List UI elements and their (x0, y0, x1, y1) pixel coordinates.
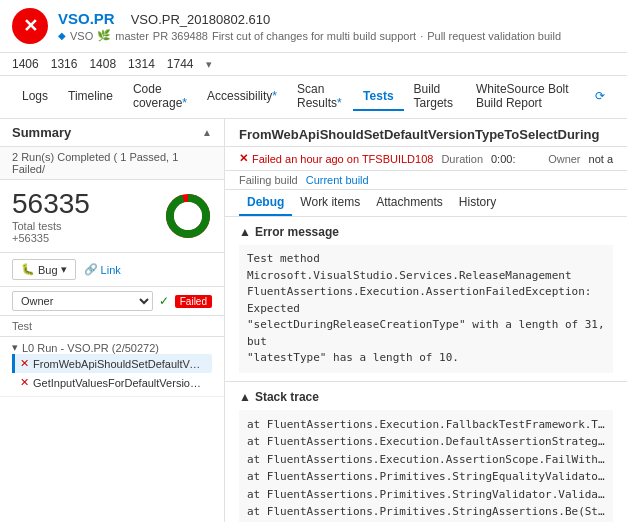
link-icon: 🔗 (84, 263, 98, 276)
num-1406[interactable]: 1406 (12, 57, 39, 71)
stack-section: ▲ Stack trace at FluentAssertions.Execut… (225, 382, 627, 523)
test-failed-icon-2: ✕ (20, 376, 29, 389)
test-status-row: ✕ Failed an hour ago on TFSBUILD108 Dura… (225, 147, 627, 171)
error-line-4: "latestType" has a length of 10. (247, 350, 605, 367)
test-item-2[interactable]: ✕ GetInputValuesForDefaultVersionShould (12, 373, 212, 392)
error-section: ▲ Error message Test method Microsoft.Vi… (225, 217, 627, 382)
bug-button[interactable]: 🐛 Bug ▾ (12, 259, 76, 280)
failing-build-label: Failing build (239, 174, 298, 186)
stack-line-6: at FluentAssertions.Primitives.StringAss… (247, 503, 605, 521)
vso-icon: ◆ (58, 30, 66, 41)
summary-title: Summary (12, 125, 71, 140)
header-numbers: 1406 1316 1408 1314 1744 ▾ (0, 53, 627, 76)
test-label: Test (12, 320, 32, 332)
detail-tab-workitems[interactable]: Work items (292, 190, 368, 216)
num-1744[interactable]: 1744 (167, 57, 194, 71)
bug-chevron: ▾ (61, 263, 67, 276)
duration-value: 0:00: (491, 153, 515, 165)
summary-header: Summary ▲ (0, 119, 224, 147)
current-build-link[interactable]: Current build (306, 174, 369, 186)
donut-chart (164, 192, 212, 240)
tab-more[interactable]: ⟳ (585, 83, 615, 111)
error-line-2: FluentAssertions.Execution.AssertionFail… (247, 284, 605, 317)
tab-accessibility[interactable]: Accessibility* (197, 83, 287, 111)
pr-desc: First cut of changes for multi build sup… (212, 30, 416, 42)
error-content: Test method Microsoft.VisualStudio.Servi… (239, 245, 613, 373)
group-label: L0 Run - VSO.PR (2/50272) (22, 342, 159, 354)
owner-label: Owner (548, 153, 580, 165)
owner-filter[interactable]: Owner (12, 291, 153, 311)
build-id: VSO.PR_20180802.610 (131, 12, 271, 27)
test-group-header[interactable]: ▾ L0 Run - VSO.PR (2/50272) (12, 341, 212, 354)
asterisk-accessibility: * (272, 89, 277, 103)
num-1408[interactable]: 1408 (89, 57, 116, 71)
bug-label: Bug (38, 264, 58, 276)
build-meta: ◆ VSO 🌿 master PR 369488 First cut of ch… (58, 29, 561, 42)
num-1314[interactable]: 1314 (128, 57, 155, 71)
tab-logs[interactable]: Logs (12, 83, 58, 111)
tab-timeline[interactable]: Timeline (58, 83, 123, 111)
tab-code-coverage[interactable]: Code coverage* (123, 76, 197, 118)
separator: · (420, 30, 423, 42)
status-failed: ✕ Failed an hour ago on TFSBUILD108 (239, 152, 433, 165)
error-label: Error message (255, 225, 339, 239)
stack-line-1: at FluentAssertions.Execution.FallbackTe… (247, 416, 605, 434)
error-line-1: Test method Microsoft.VisualStudio.Servi… (247, 251, 605, 284)
link-button[interactable]: 🔗 Link (84, 263, 121, 276)
stats-left: 56335 Total tests +56335 (12, 188, 90, 244)
test-label-row: Test (0, 316, 224, 337)
test-name-2: GetInputValuesForDefaultVersionShould (33, 377, 204, 389)
asterisk-scan: * (337, 96, 342, 110)
left-panel: Summary ▲ 2 Run(s) Completed ( 1 Passed,… (0, 119, 225, 522)
error-section-header[interactable]: ▲ Error message (239, 225, 613, 239)
group-chevron: ▾ (12, 341, 18, 354)
checkmark-icon: ✓ (159, 294, 169, 308)
test-detail-title: FromWebApiShouldSetDefaultVersionTypeToS… (225, 119, 627, 147)
branch-icon: 🌿 (97, 29, 111, 42)
stack-content: at FluentAssertions.Execution.FallbackTe… (239, 410, 613, 523)
stack-section-header[interactable]: ▲ Stack trace (239, 390, 613, 404)
asterisk-coverage: * (182, 96, 187, 110)
nav-tabs: Logs Timeline Code coverage* Accessibili… (0, 76, 627, 119)
right-panel: FromWebApiShouldSetDefaultVersionTypeToS… (225, 119, 627, 522)
build-title: VSO.PR (58, 10, 115, 27)
error-line-3: "selectDuringReleaseCreationType" with a… (247, 317, 605, 350)
error-chevron: ▲ (239, 225, 251, 239)
pr-type: Pull request validation build (427, 30, 561, 42)
numbers-chevron[interactable]: ▾ (206, 58, 212, 71)
stack-line-2: at FluentAssertions.Execution.DefaultAss… (247, 433, 605, 451)
status-x-icon: ✕ (239, 152, 248, 165)
test-name-1: FromWebApiShouldSetDefaultVersionT (33, 358, 204, 370)
stack-chevron: ▲ (239, 390, 251, 404)
owner-value: not a (589, 153, 613, 165)
test-item-1[interactable]: ✕ FromWebApiShouldSetDefaultVersionT (12, 354, 212, 373)
total-tests-label: Total tests (12, 220, 90, 232)
header: ✕ VSO.PR VSO.PR_20180802.610 ◆ VSO 🌿 mas… (0, 0, 627, 53)
stack-line-3: at FluentAssertions.Execution.AssertionS… (247, 451, 605, 469)
total-tests-number: 56335 (12, 188, 90, 220)
stack-label: Stack trace (255, 390, 319, 404)
detail-tab-attachments[interactable]: Attachments (368, 190, 451, 216)
svg-point-2 (174, 202, 202, 230)
detail-tab-history[interactable]: History (451, 190, 504, 216)
tab-build-targets[interactable]: Build Targets (404, 76, 466, 118)
stack-line-5: at FluentAssertions.Primitives.StringVal… (247, 486, 605, 504)
link-label: Link (101, 264, 121, 276)
tab-scan[interactable]: Scan Results* (287, 76, 353, 118)
tab-whitesource[interactable]: WhiteSource Bolt Build Report (466, 76, 585, 118)
detail-tab-debug[interactable]: Debug (239, 190, 292, 216)
actions-row: 🐛 Bug ▾ 🔗 Link (0, 253, 224, 287)
selected-indicator (12, 354, 15, 373)
failed-badge: Failed (175, 295, 212, 308)
test-group: ▾ L0 Run - VSO.PR (2/50272) ✕ FromWebApi… (0, 337, 224, 397)
vso-label: VSO (70, 30, 93, 42)
duration-label: Duration (441, 153, 483, 165)
tab-tests[interactable]: Tests (353, 83, 403, 111)
bug-icon: 🐛 (21, 263, 35, 276)
test-failed-icon-1: ✕ (20, 357, 29, 370)
num-1316[interactable]: 1316 (51, 57, 78, 71)
donut-svg (164, 192, 212, 240)
build-row: Failing build Current build (225, 171, 627, 190)
stats-delta: +56335 (12, 232, 90, 244)
summary-chevron[interactable]: ▲ (202, 127, 212, 138)
